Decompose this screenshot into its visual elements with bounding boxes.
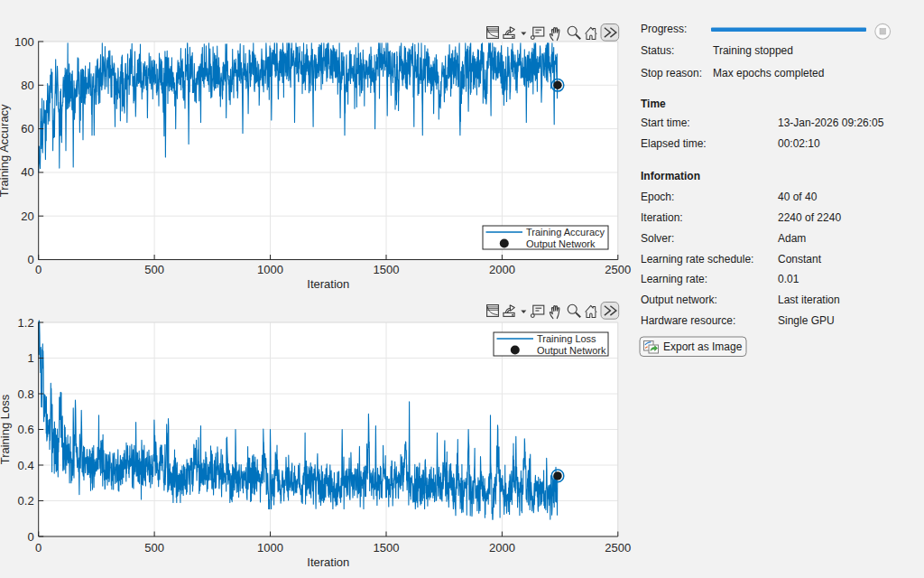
svg-text:40: 40 bbox=[21, 165, 33, 179]
svg-text:0.2: 0.2 bbox=[18, 494, 34, 508]
svg-text:500: 500 bbox=[144, 263, 164, 276]
svg-text:20: 20 bbox=[21, 210, 33, 223]
svg-text:0.8: 0.8 bbox=[18, 387, 34, 401]
svg-text:Training Accuracy: Training Accuracy bbox=[526, 227, 605, 238]
svg-text:100: 100 bbox=[14, 35, 34, 49]
svg-text:2000: 2000 bbox=[489, 263, 515, 276]
svg-text:Training Accuracy: Training Accuracy bbox=[0, 104, 12, 197]
svg-text:0.6: 0.6 bbox=[18, 423, 34, 436]
svg-text:1000: 1000 bbox=[257, 263, 283, 276]
svg-text:Training Loss: Training Loss bbox=[0, 394, 12, 464]
svg-text:2000: 2000 bbox=[489, 541, 515, 555]
svg-text:Iteration: Iteration bbox=[307, 555, 349, 569]
svg-text:Training Loss: Training Loss bbox=[537, 333, 596, 344]
svg-text:60: 60 bbox=[21, 122, 33, 135]
svg-text:500: 500 bbox=[144, 541, 164, 555]
svg-text:0: 0 bbox=[27, 253, 33, 266]
svg-text:0.4: 0.4 bbox=[18, 459, 34, 472]
svg-text:1.2: 1.2 bbox=[18, 316, 34, 330]
svg-text:1500: 1500 bbox=[374, 263, 400, 276]
svg-text:Export as Image: Export as Image bbox=[663, 340, 743, 353]
svg-text:0: 0 bbox=[27, 530, 33, 544]
svg-text:2500: 2500 bbox=[605, 541, 631, 555]
svg-text:Iteration: Iteration bbox=[307, 277, 349, 291]
svg-text:1500: 1500 bbox=[374, 541, 400, 555]
svg-text:0: 0 bbox=[35, 263, 42, 276]
svg-text:1: 1 bbox=[27, 351, 33, 365]
svg-text:2500: 2500 bbox=[605, 263, 631, 276]
svg-text:0: 0 bbox=[35, 541, 42, 555]
svg-text:Output Network: Output Network bbox=[526, 238, 596, 249]
svg-text:Output Network: Output Network bbox=[537, 345, 606, 356]
svg-text:1000: 1000 bbox=[257, 541, 283, 555]
svg-text:80: 80 bbox=[21, 79, 33, 92]
